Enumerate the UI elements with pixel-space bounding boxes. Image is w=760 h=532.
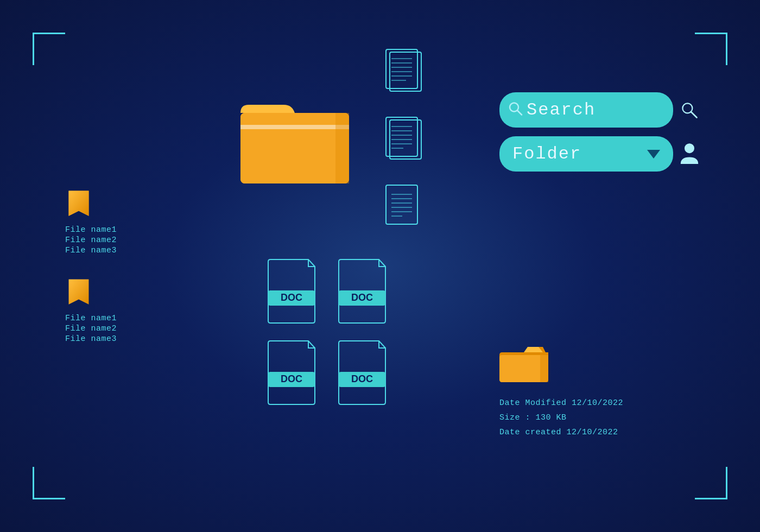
svg-rect-1 — [240, 113, 349, 183]
small-orange-folder — [499, 339, 706, 390]
svg-line-38 — [691, 111, 697, 117]
svg-point-39 — [685, 143, 694, 153]
size-line: Size : 130 KB — [499, 410, 706, 425]
left-panel: File name1 File name2 File name3 — [54, 49, 163, 483]
date-modified-date: 12/10/2022 — [572, 398, 623, 408]
file-name-2-3: File name3 — [65, 334, 117, 344]
file-group-1: File name1 File name2 File name3 — [65, 188, 163, 255]
small-file-icon-2 — [65, 277, 92, 309]
big-folder — [235, 91, 354, 189]
file-name-1-1: File name1 — [65, 225, 117, 235]
svg-rect-2 — [240, 125, 349, 129]
size-label: Size : — [499, 413, 530, 422]
svg-text:DOC: DOC — [351, 373, 373, 384]
file-name-1-2: File name2 — [65, 236, 117, 245]
folder-bar-row: Folder — [499, 136, 706, 172]
date-modified-label: Date Modified — [499, 398, 567, 408]
file-info-block: Date Modified 12/10/2022 Size : 130 KB D… — [499, 396, 706, 440]
folder-bar-label: Folder — [512, 144, 581, 164]
right-panel: Search Folder — [499, 49, 706, 483]
doc-file-3[interactable]: DOC — [266, 338, 326, 409]
outline-doc-3 — [382, 183, 428, 240]
size-val: 130 KB — [536, 413, 567, 422]
small-file-icon-1 — [65, 188, 92, 221]
search-bar[interactable]: Search — [499, 92, 673, 128]
doc-grid: DOC DOC — [266, 257, 396, 409]
svg-text:DOC: DOC — [351, 292, 373, 303]
date-created-label: Date created — [499, 428, 561, 437]
search-icon-inside — [508, 101, 523, 119]
search-icon-outside — [680, 100, 699, 120]
svg-line-36 — [517, 110, 522, 115]
svg-text:DOC: DOC — [281, 373, 302, 384]
search-area: Search Folder — [499, 92, 706, 172]
folder-dropdown-bar[interactable]: Folder — [499, 136, 673, 172]
file-name-1-3: File name3 — [65, 246, 117, 255]
search-bar-row: Search — [499, 92, 706, 128]
user-icon — [680, 142, 699, 166]
svg-rect-20 — [386, 185, 417, 224]
date-modified-line: Date Modified 12/10/2022 — [499, 396, 706, 410]
doc-file-4[interactable]: DOC — [337, 338, 396, 409]
bottom-right-section: Date Modified 12/10/2022 Size : 130 KB D… — [499, 339, 706, 440]
file-name-2-2: File name2 — [65, 324, 117, 333]
file-group-2: File name1 File name2 File name3 — [65, 277, 163, 344]
date-created-line: Date created 12/10/2022 — [499, 425, 706, 440]
svg-rect-5 — [386, 49, 417, 88]
date-created-date: 12/10/2022 — [567, 428, 618, 437]
file-names-group-2: File name1 File name2 File name3 — [65, 314, 117, 344]
docs-column — [382, 48, 428, 240]
doc-file-2[interactable]: DOC — [337, 257, 396, 327]
outline-doc-1 — [382, 48, 428, 105]
center-panel: DOC DOC — [163, 49, 499, 483]
file-names-group-1: File name1 File name2 File name3 — [65, 225, 117, 255]
main-content: File name1 File name2 File name3 — [0, 0, 760, 532]
layout: File name1 File name2 File name3 — [54, 49, 706, 483]
svg-rect-3 — [335, 113, 349, 183]
svg-rect-13 — [386, 117, 417, 156]
search-bar-label: Search — [527, 100, 596, 120]
svg-rect-40 — [540, 355, 548, 382]
dropdown-arrow-icon — [647, 150, 660, 159]
doc-file-1[interactable]: DOC — [266, 257, 326, 327]
file-name-2-1: File name1 — [65, 314, 117, 323]
outline-doc-2 — [382, 116, 428, 173]
svg-text:DOC: DOC — [281, 292, 302, 303]
